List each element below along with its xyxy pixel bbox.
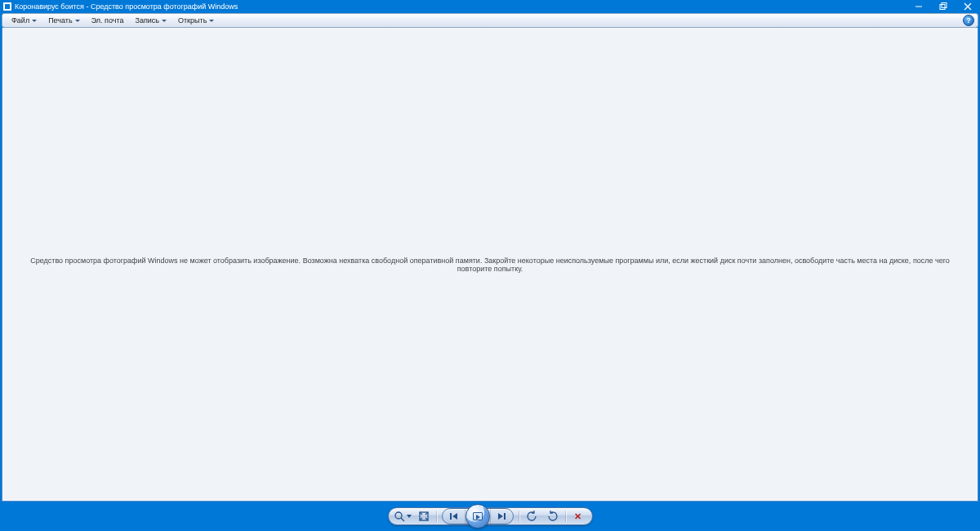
menu-open[interactable]: Открыть [172,15,220,26]
menu-burn[interactable]: Запись [129,15,172,26]
previous-icon [450,513,457,520]
divider [436,511,437,522]
menu-email[interactable]: Эл. почта [86,15,130,26]
menu-print[interactable]: Печать [42,15,85,26]
window-title: Коронавирус боится - Средство просмотра … [15,2,238,11]
menu-open-label: Открыть [178,16,207,25]
slideshow-icon [473,512,483,520]
svg-rect-1 [940,5,945,10]
chevron-down-icon [32,20,37,22]
chevron-down-icon [407,515,412,518]
delete-button[interactable]: ✕ [569,510,587,523]
maximize-button[interactable] [931,0,956,13]
chevron-down-icon [75,20,80,22]
svg-rect-2 [942,3,947,8]
toolbar-wrap: Файл Печать Эл. почта Запись Открыть ? [0,13,980,28]
footer: ✕ [0,502,980,531]
help-button[interactable]: ? [963,15,974,26]
actual-size-button[interactable] [415,510,433,523]
menu-print-label: Печать [48,16,72,25]
fit-icon [418,511,430,522]
slideshow-button[interactable] [466,504,490,529]
rotate-ccw-button[interactable] [523,510,541,523]
zoom-button[interactable] [394,510,412,523]
svg-point-5 [395,512,402,519]
help-icon: ? [966,16,971,25]
viewer-controls: ✕ [388,507,593,525]
close-button[interactable] [956,0,980,13]
divider [565,511,566,522]
next-button[interactable] [490,509,513,524]
window: Коронавирус боится - Средство просмотра … [0,0,980,531]
delete-icon: ✕ [574,512,581,521]
titlebar: Коронавирус боится - Средство просмотра … [0,0,980,13]
rotate-ccw-icon [526,511,537,522]
menu-file[interactable]: Файл [6,15,42,26]
app-icon [3,2,11,11]
window-controls [906,0,980,13]
previous-button[interactable] [443,509,466,524]
image-canvas: Средство просмотра фотографий Windows не… [2,28,978,502]
close-icon [964,2,972,11]
menu-email-label: Эл. почта [91,16,124,25]
divider [519,511,519,522]
rotate-cw-button[interactable] [544,510,562,523]
minimize-button[interactable] [906,0,931,13]
chevron-down-icon [162,20,167,22]
error-message: Средство просмотра фотографий Windows не… [24,257,956,273]
toolbar: Файл Печать Эл. почта Запись Открыть ? [2,13,978,28]
maximize-icon [939,2,947,11]
menu-burn-label: Запись [135,16,159,25]
chevron-down-icon [209,20,214,22]
svg-line-6 [401,518,404,521]
rotate-cw-icon [547,511,559,522]
menu-file-label: Файл [11,16,29,25]
minimize-icon [915,2,923,11]
nav-group [442,508,514,524]
magnifier-icon [394,511,405,522]
next-icon [498,513,506,520]
